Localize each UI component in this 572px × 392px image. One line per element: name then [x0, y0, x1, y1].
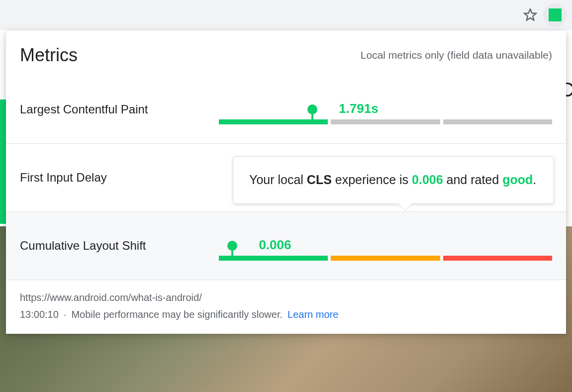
metric-value: 1.791s	[339, 101, 379, 116]
tooltip-value: 0.006	[412, 173, 443, 187]
gauge-track	[219, 119, 552, 124]
web-vitals-panel: Metrics Local metrics only (field data u…	[6, 31, 566, 334]
tooltip-metric-abbr: CLS	[307, 173, 332, 187]
page-accent-strip	[0, 99, 6, 224]
panel-header: Metrics Local metrics only (field data u…	[6, 31, 566, 71]
tooltip-text: .	[533, 173, 536, 187]
gauge-marker-dot	[227, 241, 237, 251]
metric-label: First Input Delay	[20, 171, 219, 185]
gauge-segment-inactive	[331, 119, 440, 124]
separator-dot: ·	[64, 306, 67, 323]
panel-title: Metrics	[20, 45, 78, 66]
panel-footer: https://www.android.com/what-is-android/…	[6, 280, 566, 334]
metrics-list: Largest Contentful Paint 1.791s First In…	[6, 71, 566, 280]
web-vitals-status-indicator	[549, 8, 562, 21]
metric-tooltip-cls: Your local CLS experience is 0.006 and r…	[233, 156, 554, 204]
metric-value: 0.006	[259, 237, 291, 253]
gauge-marker-dot	[307, 104, 317, 114]
svg-marker-0	[524, 9, 536, 20]
metric-row-cls[interactable]: Cumulative Layout Shift 0.006 Your local…	[6, 212, 566, 280]
gauge-track	[219, 256, 552, 261]
tooltip-rating: good	[502, 173, 533, 187]
tooltip-text: and rated	[443, 173, 503, 187]
gauge-marker-stem	[311, 114, 313, 124]
footer-note: Mobile performance may be significantly …	[71, 306, 283, 323]
extension-button[interactable]	[543, 3, 567, 27]
bookmark-star-icon[interactable]	[523, 8, 537, 22]
gauge-segment-inactive	[443, 119, 552, 124]
metric-gauge-lcp: 1.791s	[219, 95, 552, 124]
metric-gauge-cls: 0.006 Your local CLS experience is 0.006…	[219, 231, 552, 261]
browser-toolbar	[0, 0, 572, 30]
footer-url: https://www.android.com/what-is-android/	[20, 289, 552, 306]
learn-more-link[interactable]: Learn more	[287, 306, 338, 323]
gauge-marker-stem	[231, 251, 233, 261]
metric-label: Largest Contentful Paint	[20, 102, 219, 116]
tooltip-text: Your local	[249, 173, 307, 187]
tooltip-text: experience is	[332, 173, 412, 187]
footer-timestamp: 13:00:10	[20, 306, 59, 323]
panel-subtitle: Local metrics only (field data unavailab…	[361, 49, 552, 61]
gauge-marker	[307, 104, 317, 124]
gauge-segment-needs-improvement	[331, 256, 440, 261]
metric-label: Cumulative Layout Shift	[20, 239, 219, 253]
gauge-marker	[227, 241, 237, 261]
metric-row-lcp[interactable]: Largest Contentful Paint 1.791s	[6, 76, 566, 144]
gauge-segment-poor	[443, 256, 552, 261]
